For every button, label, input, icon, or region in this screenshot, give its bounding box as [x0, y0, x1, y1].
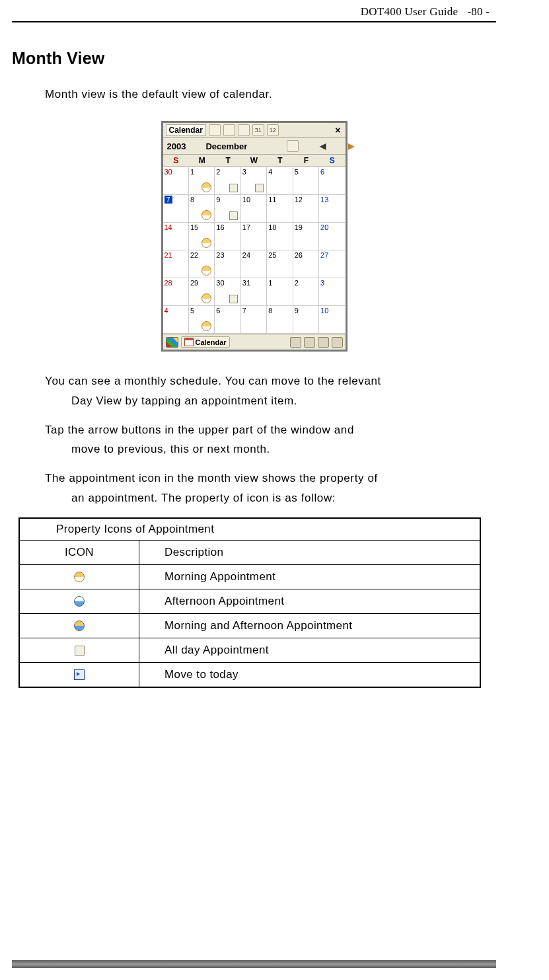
- day-number: 29: [190, 279, 198, 287]
- calendar-day-cell[interactable]: 2: [293, 278, 319, 306]
- calendar-app-window: Calendar 31 12 × 2003 December ◀ ▶ SMTWT…: [161, 121, 348, 352]
- taskbar-calendar-button[interactable]: Calendar: [181, 336, 230, 348]
- tray-icon-3[interactable]: [318, 337, 329, 348]
- calendar-day-cell[interactable]: 16: [215, 223, 240, 250]
- calendar-day-cell[interactable]: 1: [267, 278, 293, 306]
- next-month-arrow-icon[interactable]: ▶: [347, 141, 355, 151]
- calendar-day-cell[interactable]: 9: [293, 306, 319, 334]
- table-cell-description: Morning Appointment: [139, 564, 481, 589]
- calendar-day-cell[interactable]: 30: [215, 278, 240, 306]
- goto-today-icon[interactable]: [287, 140, 299, 152]
- close-icon[interactable]: ×: [333, 125, 342, 135]
- day-number: 27: [320, 251, 328, 259]
- calendar-day-cell[interactable]: 3: [319, 278, 345, 306]
- calendar-day-cell[interactable]: 18: [267, 223, 293, 250]
- table-row: Morning Appointment: [19, 564, 480, 589]
- calendar-day-cell[interactable]: 25: [267, 250, 293, 278]
- calendar-day-cell[interactable]: 2: [215, 167, 240, 195]
- calendar-day-cell[interactable]: 23: [215, 250, 240, 278]
- calendar-day-cell[interactable]: 7: [163, 195, 189, 223]
- paragraph-arrow-buttons: Tap the arrow buttons in the upper part …: [45, 420, 496, 460]
- day-number: 1: [190, 168, 194, 176]
- calendar-day-cell[interactable]: 8: [267, 306, 293, 334]
- paragraph-schedule: You can see a monthly schedule. You can …: [45, 371, 496, 411]
- table-cell-icon: [19, 564, 139, 589]
- calendar-day-cell[interactable]: 31: [241, 278, 267, 306]
- toolbar-icon-4[interactable]: 31: [252, 124, 264, 136]
- calendar-day-cell[interactable]: 27: [319, 250, 345, 278]
- day-number: 7: [242, 307, 246, 315]
- calendar-day-cell[interactable]: 3: [241, 167, 267, 195]
- page-number: -80 -: [467, 5, 490, 19]
- allday-appointment-icon: [229, 211, 238, 220]
- calendar-day-cell[interactable]: 24: [241, 250, 267, 278]
- day-number: 3: [320, 279, 324, 287]
- calendar-day-cell[interactable]: 22: [189, 250, 215, 278]
- start-menu-icon[interactable]: [166, 337, 178, 348]
- calendar-day-cell[interactable]: 4: [163, 306, 189, 334]
- calendar-day-cell[interactable]: 21: [163, 250, 189, 278]
- calendar-day-cell[interactable]: 4: [267, 167, 293, 195]
- calendar-day-cell[interactable]: 13: [319, 195, 345, 223]
- calendar-day-cell[interactable]: 10: [319, 306, 345, 334]
- calendar-day-cell[interactable]: 10: [241, 195, 267, 223]
- calendar-day-cell[interactable]: 17: [241, 223, 267, 250]
- page-footer-bar: [12, 960, 496, 968]
- day-number: 13: [320, 196, 328, 204]
- day-number: 8: [268, 307, 272, 315]
- prev-month-arrow-icon[interactable]: ◀: [318, 141, 327, 151]
- calendar-day-cell[interactable]: 7: [241, 306, 267, 334]
- calendar-day-cell[interactable]: 15: [189, 223, 215, 250]
- day-number: 8: [190, 196, 194, 204]
- calendar-day-cell[interactable]: 26: [293, 250, 319, 278]
- toolbar-icon-3[interactable]: [238, 124, 250, 136]
- calendar-day-cell[interactable]: 14: [163, 223, 189, 250]
- calendar-day-cell[interactable]: 30: [163, 167, 189, 195]
- toolbar-icon-5[interactable]: 12: [267, 124, 279, 136]
- day-number: 18: [268, 223, 276, 231]
- calendar-day-cell[interactable]: 9: [215, 195, 240, 223]
- table-caption: Property Icons of Appointment: [19, 518, 480, 541]
- calendar-day-cell[interactable]: 29: [189, 278, 215, 306]
- day-number: 10: [242, 196, 250, 204]
- day-number: 31: [242, 279, 250, 287]
- calendar-day-cell[interactable]: 20: [319, 223, 345, 250]
- calendar-day-cell[interactable]: 6: [319, 167, 345, 195]
- paragraph-icon-property: The appointment icon in the month view s…: [45, 469, 496, 508]
- calendar-day-cell[interactable]: 5: [189, 306, 215, 334]
- p2-line1: Tap the arrow buttons in the upper part …: [45, 420, 496, 440]
- day-number: 7: [165, 196, 172, 204]
- morning-appointment-icon: [201, 321, 211, 331]
- weekday-header: SMTWTFS: [163, 155, 346, 167]
- calendar-day-cell[interactable]: 1: [189, 167, 215, 195]
- allday-appointment-icon: [229, 295, 238, 303]
- calendar-day-cell[interactable]: 12: [293, 195, 319, 223]
- calendar-day-cell[interactable]: 5: [293, 167, 319, 195]
- calendar-day-cell[interactable]: 19: [293, 223, 319, 250]
- weekday-label: F: [293, 155, 319, 167]
- table-header-icon: ICON: [19, 540, 139, 564]
- toolbar-icon-2[interactable]: [223, 124, 235, 136]
- tray-icon-4[interactable]: [332, 337, 343, 348]
- table-row: All day Appointment: [19, 638, 480, 662]
- calendar-day-cell[interactable]: 11: [267, 195, 293, 223]
- allday-appointment-icon: [75, 646, 85, 656]
- table-cell-description: All day Appointment: [139, 638, 481, 662]
- day-number: 6: [320, 168, 324, 176]
- p1-line1: You can see a monthly schedule. You can …: [45, 371, 496, 391]
- calendar-tab[interactable]: Calendar: [166, 124, 206, 136]
- tray-icon-1[interactable]: [290, 337, 301, 348]
- day-number: 1: [268, 279, 272, 287]
- calendar-day-cell[interactable]: 28: [163, 278, 189, 306]
- day-number: 30: [216, 279, 224, 287]
- weekday-label: S: [163, 155, 189, 167]
- calendar-mini-icon: [184, 338, 194, 346]
- toolbar-icon-1[interactable]: [209, 124, 221, 136]
- calendar-day-cell[interactable]: 6: [215, 306, 240, 334]
- month-nav-bar: 2003 December ◀ ▶: [163, 138, 346, 155]
- day-number: 17: [242, 223, 250, 231]
- calendar-day-cell[interactable]: 8: [189, 195, 215, 223]
- app-titlebar: Calendar 31 12 ×: [163, 123, 346, 138]
- weekday-label: M: [189, 155, 215, 167]
- tray-icon-2[interactable]: [304, 337, 315, 348]
